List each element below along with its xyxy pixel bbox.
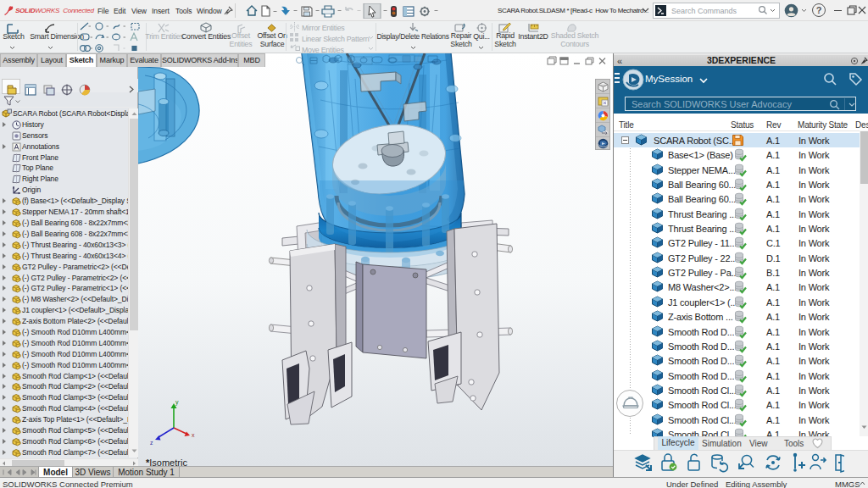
svg-text:z: z <box>150 440 153 446</box>
svg-text:y: y <box>175 399 179 406</box>
svg-text:x: x <box>192 432 195 438</box>
